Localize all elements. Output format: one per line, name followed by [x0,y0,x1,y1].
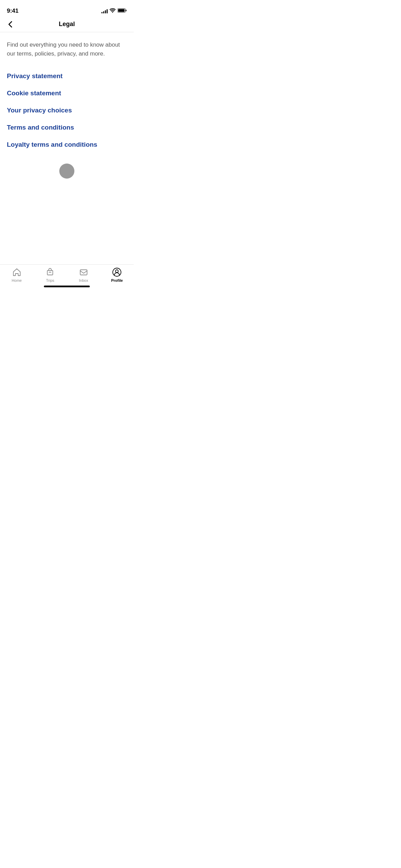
tab-profile[interactable]: Profile [100,267,134,282]
tab-home-label: Home [12,278,22,282]
tab-profile-label: Profile [111,278,123,282]
signal-icon [101,9,108,13]
svg-rect-1 [126,10,127,11]
status-time: 9:41 [7,8,19,14]
page-title: Legal [59,21,75,28]
status-icons [101,8,127,14]
loading-indicator [59,164,74,179]
svg-rect-5 [80,270,87,275]
back-button[interactable] [7,20,14,29]
svg-point-6 [113,268,121,276]
tab-trips-label: Trips [46,278,54,282]
svg-point-7 [116,270,118,273]
privacy-statement-link[interactable]: Privacy statement [7,68,127,85]
home-icon [12,267,22,277]
tab-home[interactable]: Home [0,267,34,282]
inbox-icon [79,267,88,277]
main-content: Find out everything you need to know abo… [0,32,134,197]
loyalty-terms-link[interactable]: Loyalty terms and conditions [7,136,127,153]
cookie-statement-link[interactable]: Cookie statement [7,85,127,102]
profile-icon [112,267,122,277]
trips-icon [45,267,55,277]
battery-icon [118,8,127,14]
svg-rect-2 [118,9,125,12]
home-indicator [44,286,90,287]
terms-and-conditions-link[interactable]: Terms and conditions [7,119,127,136]
tab-inbox-label: Inbox [79,278,88,282]
tab-inbox[interactable]: Inbox [67,267,100,282]
tab-trips[interactable]: Trips [34,267,67,282]
status-bar: 9:41 [0,0,134,17]
svg-rect-3 [47,270,53,275]
wifi-icon [110,8,116,14]
your-privacy-choices-link[interactable]: Your privacy choices [7,102,127,119]
legal-links-list: Privacy statement Cookie statement Your … [7,68,127,153]
description-text: Find out everything you need to know abo… [7,40,127,58]
nav-header: Legal [0,17,134,32]
